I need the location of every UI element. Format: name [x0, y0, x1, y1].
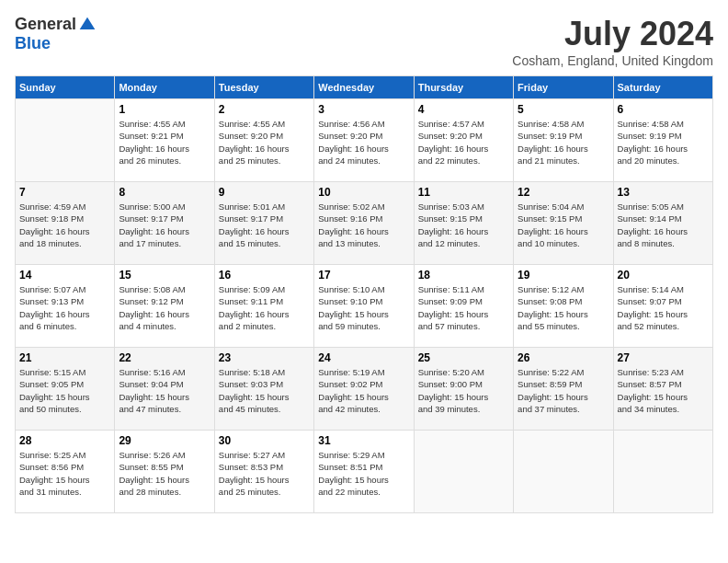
- calendar-cell: 28Sunrise: 5:25 AM Sunset: 8:56 PM Dayli…: [16, 431, 115, 513]
- day-info: Sunrise: 5:22 AM Sunset: 8:59 PM Dayligh…: [518, 366, 609, 415]
- day-info: Sunrise: 5:02 AM Sunset: 9:16 PM Dayligh…: [318, 201, 409, 249]
- day-number: 27: [618, 351, 709, 364]
- month-title: July 2024: [512, 15, 713, 53]
- calendar-cell: 8Sunrise: 5:00 AM Sunset: 9:17 PM Daylig…: [115, 182, 214, 265]
- day-info: Sunrise: 5:01 AM Sunset: 9:17 PM Dayligh…: [219, 201, 310, 249]
- calendar-week-2: 7Sunrise: 4:59 AM Sunset: 9:18 PM Daylig…: [16, 182, 713, 265]
- day-info: Sunrise: 4:56 AM Sunset: 9:20 PM Dayligh…: [318, 118, 409, 167]
- day-info: Sunrise: 5:23 AM Sunset: 8:57 PM Dayligh…: [618, 366, 709, 415]
- calendar-cell: 30Sunrise: 5:27 AM Sunset: 8:53 PM Dayli…: [214, 431, 313, 513]
- calendar-cell: 18Sunrise: 5:11 AM Sunset: 9:09 PM Dayli…: [414, 265, 513, 348]
- calendar-week-3: 14Sunrise: 5:07 AM Sunset: 9:13 PM Dayli…: [16, 265, 713, 348]
- day-number: 17: [318, 269, 409, 282]
- day-info: Sunrise: 4:58 AM Sunset: 9:19 PM Dayligh…: [518, 118, 609, 167]
- calendar-cell: 17Sunrise: 5:10 AM Sunset: 9:10 PM Dayli…: [314, 265, 414, 348]
- day-number: 7: [19, 186, 110, 199]
- calendar-cell: 14Sunrise: 5:07 AM Sunset: 9:13 PM Dayli…: [16, 265, 115, 348]
- calendar-cell: [514, 431, 613, 513]
- day-info: Sunrise: 5:27 AM Sunset: 8:53 PM Dayligh…: [219, 449, 310, 498]
- day-info: Sunrise: 4:57 AM Sunset: 9:20 PM Dayligh…: [418, 118, 509, 167]
- calendar-cell: 9Sunrise: 5:01 AM Sunset: 9:17 PM Daylig…: [214, 182, 313, 265]
- day-number: 21: [19, 351, 110, 364]
- day-number: 9: [219, 186, 310, 199]
- calendar-cell: [414, 431, 513, 513]
- col-header-saturday: Saturday: [613, 76, 712, 99]
- day-info: Sunrise: 5:20 AM Sunset: 9:00 PM Dayligh…: [418, 366, 509, 415]
- day-info: Sunrise: 5:09 AM Sunset: 9:11 PM Dayligh…: [219, 283, 310, 332]
- day-number: 22: [119, 351, 210, 364]
- day-number: 29: [119, 434, 210, 447]
- svg-marker-0: [80, 17, 96, 29]
- day-info: Sunrise: 5:25 AM Sunset: 8:56 PM Dayligh…: [19, 449, 110, 498]
- day-info: Sunrise: 5:00 AM Sunset: 9:17 PM Dayligh…: [119, 201, 210, 249]
- calendar-cell: 27Sunrise: 5:23 AM Sunset: 8:57 PM Dayli…: [613, 348, 712, 431]
- calendar-cell: 22Sunrise: 5:16 AM Sunset: 9:04 PM Dayli…: [115, 348, 214, 431]
- day-number: 2: [219, 103, 310, 116]
- day-number: 24: [318, 351, 409, 364]
- day-number: 5: [518, 103, 609, 116]
- calendar-cell: 11Sunrise: 5:03 AM Sunset: 9:15 PM Dayli…: [414, 182, 513, 265]
- day-number: 15: [119, 269, 210, 282]
- day-info: Sunrise: 5:14 AM Sunset: 9:07 PM Dayligh…: [618, 283, 709, 332]
- col-header-wednesday: Wednesday: [314, 76, 414, 99]
- day-info: Sunrise: 5:05 AM Sunset: 9:14 PM Dayligh…: [618, 201, 709, 249]
- day-info: Sunrise: 5:10 AM Sunset: 9:10 PM Dayligh…: [318, 283, 409, 332]
- day-number: 20: [618, 269, 709, 282]
- calendar-cell: 16Sunrise: 5:09 AM Sunset: 9:11 PM Dayli…: [214, 265, 313, 348]
- calendar-cell: 12Sunrise: 5:04 AM Sunset: 9:15 PM Dayli…: [514, 182, 613, 265]
- day-number: 8: [119, 186, 210, 199]
- day-info: Sunrise: 5:07 AM Sunset: 9:13 PM Dayligh…: [19, 283, 110, 332]
- day-number: 1: [119, 103, 210, 116]
- day-number: 28: [19, 434, 110, 447]
- day-number: 16: [219, 269, 310, 282]
- day-number: 4: [418, 103, 509, 116]
- col-header-tuesday: Tuesday: [214, 76, 313, 99]
- day-number: 19: [518, 269, 609, 282]
- day-number: 25: [418, 351, 509, 364]
- day-number: 13: [618, 186, 709, 199]
- calendar-cell: 4Sunrise: 4:57 AM Sunset: 9:20 PM Daylig…: [414, 99, 513, 182]
- calendar-cell: 29Sunrise: 5:26 AM Sunset: 8:55 PM Dayli…: [115, 431, 214, 513]
- calendar-cell: 25Sunrise: 5:20 AM Sunset: 9:00 PM Dayli…: [414, 348, 513, 431]
- day-info: Sunrise: 5:26 AM Sunset: 8:55 PM Dayligh…: [119, 449, 210, 498]
- logo: General Blue: [15, 15, 97, 53]
- calendar-cell: 26Sunrise: 5:22 AM Sunset: 8:59 PM Dayli…: [514, 348, 613, 431]
- day-info: Sunrise: 5:19 AM Sunset: 9:02 PM Dayligh…: [318, 366, 409, 415]
- calendar-table: SundayMondayTuesdayWednesdayThursdayFrid…: [15, 75, 713, 513]
- day-number: 3: [318, 103, 409, 116]
- calendar-cell: 1Sunrise: 4:55 AM Sunset: 9:21 PM Daylig…: [115, 99, 214, 182]
- day-info: Sunrise: 5:04 AM Sunset: 9:15 PM Dayligh…: [518, 201, 609, 249]
- calendar-cell: 13Sunrise: 5:05 AM Sunset: 9:14 PM Dayli…: [613, 182, 712, 265]
- day-info: Sunrise: 5:08 AM Sunset: 9:12 PM Dayligh…: [119, 283, 210, 332]
- calendar-cell: 2Sunrise: 4:55 AM Sunset: 9:20 PM Daylig…: [214, 99, 313, 182]
- title-section: July 2024 Cosham, England, United Kingdo…: [512, 15, 713, 68]
- col-header-friday: Friday: [514, 76, 613, 99]
- day-number: 23: [219, 351, 310, 364]
- day-info: Sunrise: 5:03 AM Sunset: 9:15 PM Dayligh…: [418, 201, 509, 249]
- day-info: Sunrise: 5:16 AM Sunset: 9:04 PM Dayligh…: [119, 366, 210, 415]
- day-number: 18: [418, 269, 509, 282]
- page-header: General Blue July 2024 Cosham, England, …: [15, 15, 713, 68]
- calendar-cell: 3Sunrise: 4:56 AM Sunset: 9:20 PM Daylig…: [314, 99, 414, 182]
- day-number: 6: [618, 103, 709, 116]
- calendar-cell: 15Sunrise: 5:08 AM Sunset: 9:12 PM Dayli…: [115, 265, 214, 348]
- day-info: Sunrise: 5:11 AM Sunset: 9:09 PM Dayligh…: [418, 283, 509, 332]
- logo-general: General: [15, 15, 76, 34]
- col-header-sunday: Sunday: [16, 76, 115, 99]
- day-info: Sunrise: 4:55 AM Sunset: 9:21 PM Dayligh…: [119, 118, 210, 167]
- day-info: Sunrise: 4:59 AM Sunset: 9:18 PM Dayligh…: [19, 201, 110, 249]
- day-info: Sunrise: 5:15 AM Sunset: 9:05 PM Dayligh…: [19, 366, 110, 415]
- calendar-week-4: 21Sunrise: 5:15 AM Sunset: 9:05 PM Dayli…: [16, 348, 713, 431]
- day-info: Sunrise: 5:29 AM Sunset: 8:51 PM Dayligh…: [318, 449, 409, 498]
- calendar-cell: 5Sunrise: 4:58 AM Sunset: 9:19 PM Daylig…: [514, 99, 613, 182]
- day-info: Sunrise: 4:55 AM Sunset: 9:20 PM Dayligh…: [219, 118, 310, 167]
- day-number: 26: [518, 351, 609, 364]
- calendar-week-1: 1Sunrise: 4:55 AM Sunset: 9:21 PM Daylig…: [16, 99, 713, 182]
- day-info: Sunrise: 5:12 AM Sunset: 9:08 PM Dayligh…: [518, 283, 609, 332]
- col-header-thursday: Thursday: [414, 76, 513, 99]
- calendar-week-5: 28Sunrise: 5:25 AM Sunset: 8:56 PM Dayli…: [16, 431, 713, 513]
- calendar-cell: 19Sunrise: 5:12 AM Sunset: 9:08 PM Dayli…: [514, 265, 613, 348]
- day-number: 31: [318, 434, 409, 447]
- calendar-cell: [613, 431, 712, 513]
- calendar-cell: 7Sunrise: 4:59 AM Sunset: 9:18 PM Daylig…: [16, 182, 115, 265]
